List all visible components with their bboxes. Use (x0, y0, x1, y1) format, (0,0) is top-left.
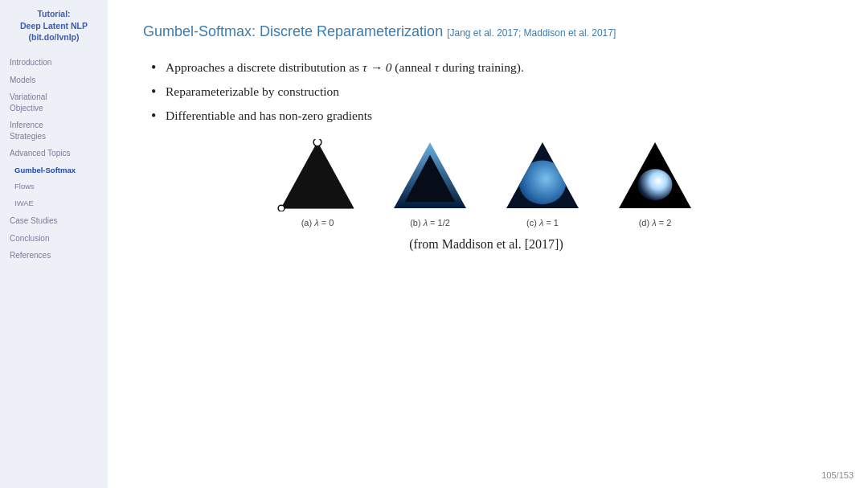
sidebar-title: Tutorial: Deep Latent NLP (bit.do/lvnlp) (6, 8, 101, 43)
triangle-svg-d (612, 139, 698, 211)
sidebar-item-conclusion[interactable]: Conclusion (6, 231, 101, 247)
svg-point-2 (278, 205, 285, 211)
figure-a: (a) λ = 0 (261, 139, 374, 228)
bullet-2: • Reparameterizable by construction (151, 84, 829, 100)
svg-point-8 (519, 160, 567, 204)
figures-row: (a) λ = 0 (b) λ = 1/ (143, 139, 829, 228)
sidebar-item-flows[interactable]: Flows (6, 179, 101, 195)
bullet-1: • Approaches a discrete distributution a… (151, 60, 829, 76)
sidebar-item-inference[interactable]: Inference Strategies (6, 117, 101, 144)
figure-a-caption: (a) λ = 0 (301, 218, 334, 228)
figure-b: (b) λ = 1/2 (374, 139, 486, 228)
bullet-3: • Differentiable and has non-zero gradie… (151, 109, 829, 125)
bullet-list: • Approaches a discrete distributution a… (143, 60, 829, 124)
sidebar-item-case-studies[interactable]: Case Studies (6, 213, 101, 229)
bullet-text-2: Reparameterizable by construction (166, 84, 339, 99)
bullet-dot-1: • (151, 60, 159, 76)
main-content: Gumbel-Softmax: Discrete Reparameterizat… (108, 0, 868, 488)
slide-title: Gumbel-Softmax: Discrete Reparameterizat… (143, 23, 829, 41)
sidebar-item-iwae[interactable]: IWAE (6, 196, 101, 211)
figure-c-caption: (c) λ = 1 (526, 218, 559, 228)
triangle-svg-a (274, 139, 361, 211)
figure-b-caption: (b) λ = 1/2 (410, 218, 450, 228)
triangle-svg-b (387, 139, 473, 211)
figure-d: (d) λ = 2 (599, 139, 711, 228)
bullet-dot-2: • (151, 84, 159, 100)
sidebar-item-gumbel[interactable]: Gumbel-Softmax (6, 163, 101, 178)
slide-number: 105/153 (821, 470, 854, 480)
sidebar-item-models[interactable]: Models (6, 72, 101, 88)
triangle-svg-c (499, 139, 586, 211)
figure-c: (c) λ = 1 (486, 139, 599, 228)
bullet-text-3: Differentiable and has non-zero gradient… (166, 109, 372, 123)
sidebar-item-references[interactable]: References (6, 248, 101, 264)
sidebar-item-variational[interactable]: Variational Objective (6, 89, 101, 116)
sidebar-item-advanced[interactable]: Advanced Topics (6, 146, 101, 162)
bullet-text-1: Approaches a discrete distributution as … (166, 60, 524, 75)
figure-d-caption: (d) λ = 2 (639, 218, 672, 228)
sidebar: Tutorial: Deep Latent NLP (bit.do/lvnlp)… (0, 0, 108, 488)
sidebar-item-introduction[interactable]: Introduction (6, 55, 101, 71)
svg-point-11 (637, 169, 672, 200)
svg-marker-0 (281, 142, 354, 208)
attribution: (from Maddison et al. [2017]) (143, 237, 829, 252)
svg-point-1 (313, 139, 321, 146)
bullet-dot-3: • (151, 109, 159, 125)
